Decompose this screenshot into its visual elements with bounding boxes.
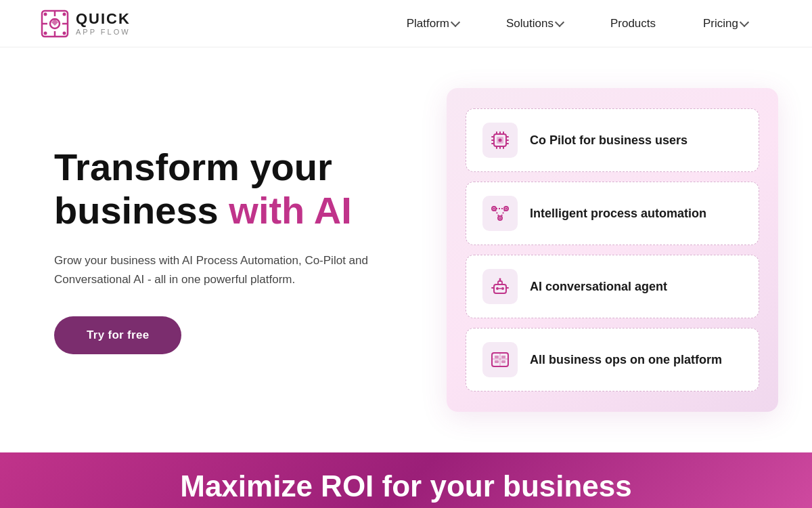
svg-point-34 bbox=[501, 287, 504, 290]
feature-card-ops[interactable]: All business ops on one platform bbox=[466, 328, 759, 391]
svg-point-10 bbox=[63, 31, 66, 35]
feature-label-process: Intelligent process automation bbox=[530, 207, 706, 221]
banner-title: Maximize ROI for your business bbox=[180, 469, 632, 503]
logo-appflow-text: APP FLOW bbox=[76, 28, 131, 36]
nav-products[interactable]: Products bbox=[587, 0, 679, 47]
svg-rect-43 bbox=[501, 356, 505, 358]
svg-point-8 bbox=[63, 12, 66, 16]
hero-title: Transform your business with AI bbox=[54, 146, 420, 233]
feature-label-copilot: Co Pilot for business users bbox=[530, 133, 687, 148]
feature-card-agent[interactable]: AI conversational agent bbox=[466, 255, 759, 318]
feature-panel: Co Pilot for business users bbox=[447, 88, 778, 412]
svg-point-38 bbox=[499, 278, 501, 280]
process-icon bbox=[482, 196, 518, 231]
hero-right: Co Pilot for business users bbox=[447, 88, 778, 412]
feature-label-ops: All business ops on one platform bbox=[530, 353, 722, 367]
robot-icon bbox=[482, 269, 518, 304]
bottom-banner: Maximize ROI for your business bbox=[0, 452, 812, 508]
logo-quick-text: QUICK bbox=[76, 11, 131, 27]
hero-left: Transform your business with AI Grow you… bbox=[54, 146, 420, 355]
main-nav: Platform Solutions Products Pricing bbox=[383, 0, 771, 47]
svg-rect-45 bbox=[501, 360, 505, 363]
svg-rect-42 bbox=[495, 356, 499, 358]
svg-rect-44 bbox=[495, 360, 499, 363]
hero-description: Grow your business with AI Process Autom… bbox=[54, 251, 379, 289]
ai-chip-icon bbox=[482, 123, 518, 158]
header: QUICK APP FLOW Platform Solutions Produc… bbox=[0, 0, 812, 47]
chevron-down-icon bbox=[555, 18, 564, 27]
chevron-down-icon bbox=[451, 18, 460, 27]
dashboard-icon bbox=[482, 342, 518, 377]
hero-section: Transform your business with AI Grow you… bbox=[0, 47, 812, 452]
try-for-free-button[interactable]: Try for free bbox=[54, 316, 181, 354]
svg-point-30 bbox=[505, 208, 508, 210]
logo-icon bbox=[41, 9, 69, 38]
hero-title-accent: with AI bbox=[229, 189, 351, 232]
svg-point-29 bbox=[493, 208, 495, 210]
svg-point-31 bbox=[499, 217, 501, 219]
svg-point-7 bbox=[44, 12, 47, 16]
logo[interactable]: QUICK APP FLOW bbox=[41, 9, 131, 38]
feature-label-agent: AI conversational agent bbox=[530, 280, 667, 294]
feature-card-copilot[interactable]: Co Pilot for business users bbox=[466, 108, 759, 172]
nav-solutions[interactable]: Solutions bbox=[482, 0, 587, 47]
chevron-down-icon bbox=[740, 18, 749, 27]
svg-point-25 bbox=[499, 139, 502, 142]
feature-card-process[interactable]: Intelligent process automation bbox=[466, 182, 759, 245]
svg-point-9 bbox=[44, 31, 47, 35]
nav-platform[interactable]: Platform bbox=[383, 0, 482, 47]
nav-pricing[interactable]: Pricing bbox=[679, 0, 771, 47]
svg-point-33 bbox=[496, 287, 499, 290]
